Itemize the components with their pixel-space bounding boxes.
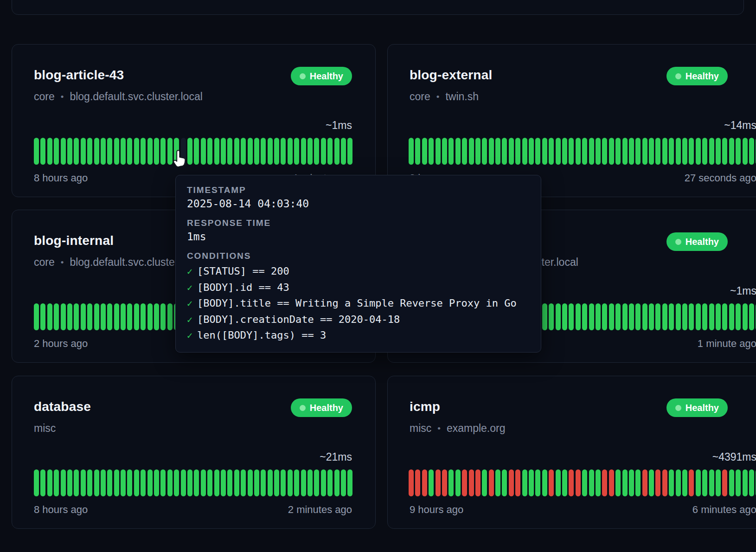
uptime-bar[interactable] <box>415 469 420 496</box>
uptime-bar[interactable] <box>134 303 139 330</box>
uptime-bar[interactable] <box>40 303 45 330</box>
uptime-bar[interactable] <box>201 469 206 496</box>
uptime-bar[interactable] <box>147 138 153 165</box>
uptime-bar[interactable] <box>415 138 420 165</box>
uptime-bar[interactable] <box>107 303 112 330</box>
uptime-bar[interactable] <box>121 303 126 330</box>
uptime-bar[interactable] <box>596 469 601 496</box>
uptime-bar[interactable] <box>429 138 434 165</box>
uptime-bar[interactable] <box>87 138 92 165</box>
uptime-bar[interactable] <box>127 469 132 496</box>
uptime-bar[interactable] <box>134 138 139 165</box>
uptime-bar[interactable] <box>743 303 748 330</box>
uptime-bar[interactable] <box>281 138 286 165</box>
uptime-bar[interactable] <box>61 138 66 165</box>
uptime-bar[interactable] <box>167 303 173 330</box>
uptime-bar[interactable] <box>696 469 701 496</box>
uptime-bar[interactable] <box>274 138 279 165</box>
uptime-bar[interactable] <box>67 138 72 165</box>
uptime-bar[interactable] <box>101 469 106 496</box>
uptime-bar[interactable] <box>522 138 527 165</box>
uptime-bar[interactable] <box>722 303 727 330</box>
uptime-bar[interactable] <box>327 138 333 165</box>
uptime-bar[interactable] <box>495 138 500 165</box>
endpoint-card-icmp[interactable]: icmp misc • example.org Healthy ~4391ms … <box>387 376 756 529</box>
uptime-bar[interactable] <box>141 469 146 496</box>
uptime-bar[interactable] <box>61 469 66 496</box>
uptime-bar[interactable] <box>54 138 59 165</box>
endpoint-card-blog-external[interactable]: blog-external core • twin.sh Healthy ~14… <box>387 44 756 197</box>
uptime-bar[interactable] <box>101 303 106 330</box>
uptime-bar[interactable] <box>187 469 192 496</box>
uptime-bar[interactable] <box>716 138 721 165</box>
uptime-bar[interactable] <box>655 138 660 165</box>
uptime-bar[interactable] <box>622 303 628 330</box>
uptime-bar[interactable] <box>234 469 239 496</box>
uptime-bar[interactable] <box>234 138 239 165</box>
uptime-bar[interactable] <box>609 469 614 496</box>
uptime-bar[interactable] <box>662 303 667 330</box>
uptime-bar[interactable] <box>615 138 621 165</box>
uptime-bar[interactable] <box>669 303 674 330</box>
uptime-bar[interactable] <box>582 469 587 496</box>
uptime-bar[interactable] <box>682 138 687 165</box>
uptime-bar[interactable] <box>736 303 741 330</box>
uptime-bar[interactable] <box>34 138 39 165</box>
uptime-bar[interactable] <box>87 303 92 330</box>
uptime-bar[interactable] <box>589 469 594 496</box>
uptime-bar[interactable] <box>160 469 166 496</box>
uptime-bar[interactable] <box>669 138 674 165</box>
uptime-bar[interactable] <box>314 469 319 496</box>
uptime-bar[interactable] <box>448 138 454 165</box>
uptime-bar[interactable] <box>147 469 153 496</box>
uptime-bar[interactable] <box>729 469 734 496</box>
uptime-bar[interactable] <box>482 469 487 496</box>
uptime-bar[interactable] <box>74 303 79 330</box>
uptime-bar[interactable] <box>515 469 520 496</box>
uptime-bar[interactable] <box>542 303 547 330</box>
uptime-bar[interactable] <box>682 469 687 496</box>
uptime-bar[interactable] <box>254 469 259 496</box>
uptime-bar[interactable] <box>562 469 567 496</box>
uptime-bar[interactable] <box>227 138 232 165</box>
uptime-bar[interactable] <box>676 469 681 496</box>
endpoint-card-database[interactable]: database misc Healthy ~21ms 8 hours ago … <box>12 376 376 529</box>
uptime-bar[interactable] <box>562 138 567 165</box>
uptime-bar[interactable] <box>702 303 707 330</box>
uptime-bar[interactable] <box>214 469 219 496</box>
uptime-bar[interactable] <box>81 138 86 165</box>
uptime-bar[interactable] <box>121 138 126 165</box>
uptime-bar[interactable] <box>569 303 574 330</box>
uptime-bar[interactable] <box>154 469 159 496</box>
uptime-bar[interactable] <box>542 138 547 165</box>
uptime-bar[interactable] <box>576 138 581 165</box>
uptime-bar[interactable] <box>475 138 481 165</box>
uptime-bar[interactable] <box>655 469 660 496</box>
uptime-bar[interactable] <box>268 469 273 496</box>
uptime-bar[interactable] <box>40 469 45 496</box>
uptime-bar[interactable] <box>736 469 741 496</box>
uptime-bar[interactable] <box>34 469 39 496</box>
uptime-bar[interactable] <box>649 469 654 496</box>
uptime-bar[interactable] <box>569 469 574 496</box>
uptime-bar[interactable] <box>556 138 561 165</box>
uptime-bar[interactable] <box>334 138 340 165</box>
uptime-bar[interactable] <box>602 138 607 165</box>
uptime-bar[interactable] <box>509 469 514 496</box>
uptime-bar[interactable] <box>160 138 166 165</box>
uptime-bar[interactable] <box>221 138 226 165</box>
uptime-bar[interactable] <box>502 138 507 165</box>
uptime-bar[interactable] <box>602 469 607 496</box>
uptime-bar[interactable] <box>227 469 232 496</box>
uptime-bar[interactable] <box>629 138 634 165</box>
uptime-bar[interactable] <box>609 138 614 165</box>
uptime-bar[interactable] <box>649 138 654 165</box>
uptime-bar[interactable] <box>649 303 654 330</box>
uptime-bar[interactable] <box>114 469 119 496</box>
uptime-bar[interactable] <box>261 138 266 165</box>
uptime-bar[interactable] <box>702 469 707 496</box>
uptime-bar[interactable] <box>47 138 52 165</box>
uptime-bar[interactable] <box>54 469 59 496</box>
uptime-bar[interactable] <box>201 138 206 165</box>
uptime-bar[interactable] <box>642 138 647 165</box>
